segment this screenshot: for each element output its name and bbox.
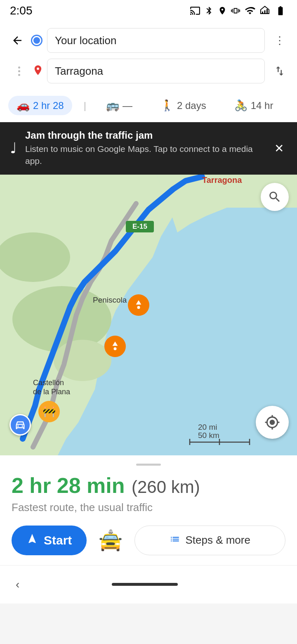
location-icon (218, 5, 227, 16)
svg-text:de la Plana: de la Plana (33, 388, 71, 396)
locate-me-button[interactable] (256, 406, 289, 439)
map-area[interactable]: E-15 Tarragona Peniscola Castellón de la… (0, 175, 297, 455)
car-position-marker (9, 414, 31, 436)
list-icon (170, 534, 180, 547)
wifi-icon (244, 5, 256, 16)
walk-tab-label: 2 days (177, 100, 206, 111)
destination-pin (32, 64, 41, 78)
svg-point-20 (114, 347, 117, 350)
signal-icon (260, 5, 270, 16)
svg-point-22 (22, 425, 24, 427)
bike-tab-icon: 🚴 (234, 99, 248, 112)
separator-1: | (84, 100, 86, 111)
back-button[interactable] (8, 31, 26, 50)
connector-dot-1 (18, 66, 20, 69)
origin-input[interactable] (47, 28, 265, 53)
transport-tabs: 🚗 2 hr 28 | 🚌 — 🚶 2 days 🚴 14 hr (0, 90, 297, 122)
svg-point-21 (17, 425, 19, 427)
cast-icon (190, 5, 200, 16)
connector-dot-2 (18, 70, 20, 72)
bike-tab-label: 14 hr (251, 100, 273, 111)
car-3d-icon: 🚖 (94, 526, 127, 555)
tab-walk[interactable]: 🚶 2 days (152, 96, 214, 115)
traffic-marker-1[interactable] (128, 294, 149, 316)
svg-text:50 km: 50 km (198, 431, 219, 440)
destination-row (8, 59, 289, 83)
start-label: Start (44, 533, 72, 547)
traffic-marker-2[interactable] (104, 336, 126, 357)
svg-rect-1 (264, 10, 266, 13)
steps-more-button[interactable]: Steps & more (134, 526, 285, 555)
close-banner-button[interactable]: ✕ (271, 138, 287, 159)
status-bar: 2:05 (0, 0, 297, 21)
bluetooth-icon (205, 5, 214, 16)
walk-tab-icon: 🚶 (160, 99, 174, 112)
route-distance: (260 km) (132, 477, 200, 497)
svg-text:Peniscola: Peniscola (93, 296, 127, 304)
route-description: Fastest route, the usual traffic (12, 501, 285, 514)
map-background: E-15 Tarragona Peniscola Castellón de la… (0, 175, 297, 455)
svg-rect-0 (262, 12, 263, 13)
transit-tab-icon: 🚌 (106, 99, 119, 112)
svg-text:Tarragona: Tarragona (202, 175, 242, 185)
banner-title: Jam through the traffic jam (25, 130, 263, 141)
banner-subtitle: Listen to music on Google Maps. Tap to c… (25, 143, 263, 167)
navigation-icon (26, 533, 38, 547)
svg-point-19 (137, 306, 140, 309)
route-time: 2 hr 28 min (12, 474, 125, 497)
svg-text:20 mi: 20 mi (198, 423, 217, 431)
vibrate-icon (231, 5, 240, 16)
map-search-button[interactable] (261, 183, 289, 211)
music-icon: ♩ (10, 140, 17, 157)
swap-button[interactable] (271, 62, 289, 80)
tab-car[interactable]: 🚗 2 hr 28 (8, 96, 72, 115)
connector (8, 66, 26, 76)
svg-text:Castellón: Castellón (33, 379, 64, 387)
steps-label: Steps & more (185, 534, 250, 547)
system-back-button[interactable]: ‹ (12, 574, 24, 595)
more-options-button[interactable]: ⋮ (271, 31, 289, 50)
car-tab-icon: 🚗 (16, 99, 30, 112)
svg-rect-2 (266, 9, 268, 13)
destination-input[interactable] (47, 59, 265, 83)
tab-bike[interactable]: 🚴 14 hr (226, 96, 282, 115)
svg-text:E-15: E-15 (132, 223, 147, 230)
origin-dot (32, 36, 41, 45)
start-button[interactable]: Start (12, 526, 87, 555)
tab-transit[interactable]: 🚌 — (98, 96, 141, 115)
bottom-panel: 2 hr 28 min (260 km) Fastest route, the … (0, 455, 297, 565)
search-area: ⋮ (0, 21, 297, 90)
origin-row: ⋮ (8, 28, 289, 53)
bottom-nav: ‹ (0, 565, 297, 604)
car-tab-label: 2 hr 28 (33, 100, 64, 111)
route-info: 2 hr 28 min (260 km) (12, 473, 285, 498)
connector-dot-3 (18, 74, 20, 76)
action-row: Start 🚖 Steps & more (12, 526, 285, 555)
construction-marker[interactable]: 🚧 (38, 401, 60, 422)
status-time: 2:05 (10, 4, 33, 17)
status-icons (190, 5, 287, 16)
music-banner[interactable]: ♩ Jam through the traffic jam Listen to … (0, 122, 297, 175)
transit-tab-label: — (123, 100, 132, 111)
banner-text: Jam through the traffic jam Listen to mu… (25, 130, 263, 167)
drag-handle (136, 464, 161, 466)
battery-icon (274, 5, 287, 16)
home-indicator[interactable] (112, 583, 178, 586)
